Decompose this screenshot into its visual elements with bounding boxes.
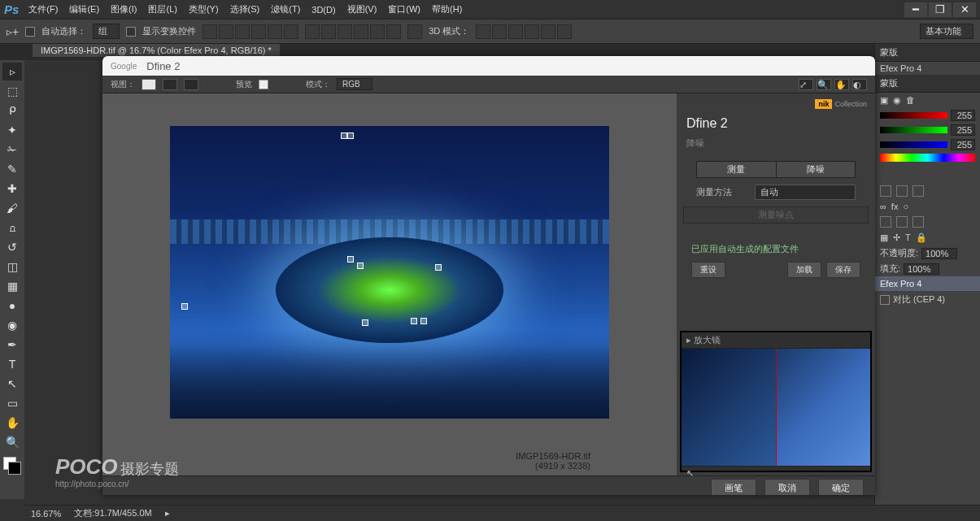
3d-btn[interactable]: [525, 24, 539, 39]
fx-icon[interactable]: fx: [891, 202, 899, 211]
menu-3d[interactable]: 3D(D): [311, 5, 335, 15]
workspace-dropdown[interactable]: 基本功能: [920, 24, 973, 39]
menu-image[interactable]: 图像(I): [111, 3, 137, 15]
preview-image[interactable]: [170, 126, 609, 419]
selection-handle[interactable]: [362, 319, 368, 326]
dist-btn[interactable]: [305, 24, 320, 39]
stamp-tool[interactable]: ⩍: [2, 219, 22, 237]
preview-checkbox[interactable]: [259, 80, 268, 89]
brush-button[interactable]: 画笔: [711, 479, 756, 495]
dist-btn[interactable]: [386, 24, 401, 39]
selection-handle[interactable]: [411, 318, 417, 324]
selection-handle[interactable]: [435, 264, 442, 271]
selection-handle[interactable]: [347, 132, 354, 139]
magnifier-after[interactable]: [776, 349, 871, 466]
shape-tool[interactable]: ▭: [2, 394, 22, 412]
menu-file[interactable]: 文件(F): [28, 3, 58, 15]
selection-handle[interactable]: [347, 256, 354, 263]
type-icon[interactable]: T: [905, 232, 911, 243]
method-select[interactable]: 自动: [755, 185, 856, 200]
mode-dropdown[interactable]: RGB: [337, 78, 372, 90]
ok-button[interactable]: 确定: [818, 479, 864, 495]
dfine-titlebar[interactable]: Google Dfine 2: [102, 56, 875, 76]
zoom-button[interactable]: 🔍: [817, 79, 831, 90]
close-button[interactable]: ✕: [953, 2, 976, 17]
link-icon[interactable]: ∞: [880, 202, 886, 211]
lasso-tool[interactable]: ᑭ: [2, 102, 22, 119]
r-slider[interactable]: [880, 112, 947, 119]
layer-efex[interactable]: Efex Pro 4: [875, 276, 980, 291]
trash-icon[interactable]: 🗑: [906, 95, 915, 106]
heal-tool[interactable]: ✚: [2, 180, 22, 198]
marquee-tool[interactable]: ⬚: [2, 82, 22, 100]
pan-button[interactable]: ✋: [834, 79, 849, 90]
menu-type[interactable]: 类型(Y): [189, 3, 219, 15]
measure-noise-button[interactable]: 测量噪点: [683, 206, 869, 224]
selection-handle[interactable]: [341, 132, 347, 139]
g-slider[interactable]: [880, 127, 947, 133]
color-swatches[interactable]: [3, 457, 21, 475]
zoom-fit-button[interactable]: ⤢: [799, 79, 813, 90]
dist-btn[interactable]: [321, 24, 336, 39]
fill-value[interactable]: 100%: [904, 263, 939, 275]
show-transform-checkbox[interactable]: [126, 27, 136, 37]
doc-size[interactable]: 文档:91.7M/455.0M: [74, 507, 151, 519]
load-button[interactable]: 加载: [787, 262, 821, 278]
type-icon[interactable]: [912, 216, 924, 228]
history-brush-tool[interactable]: ↺: [2, 238, 22, 256]
gradient-tool[interactable]: ▦: [2, 277, 22, 295]
menu-select[interactable]: 选择(S): [230, 3, 260, 15]
3d-btn[interactable]: [541, 24, 555, 39]
dist-btn[interactable]: [338, 24, 352, 39]
3d-btn[interactable]: [557, 24, 572, 39]
path-tool[interactable]: ↖: [2, 375, 22, 393]
view-side-button[interactable]: [184, 79, 198, 90]
selection-handle[interactable]: [357, 263, 364, 269]
view-single-button[interactable]: [142, 79, 156, 90]
eye-icon[interactable]: [880, 295, 890, 305]
align-btn[interactable]: [251, 24, 266, 39]
selection-handle[interactable]: [420, 318, 427, 324]
type-icon[interactable]: [880, 216, 891, 228]
menu-window[interactable]: 窗口(W): [388, 3, 420, 15]
b-slider[interactable]: [880, 141, 947, 148]
align-btn[interactable]: [235, 24, 250, 39]
filter-icon[interactable]: [912, 185, 924, 197]
selection-handle[interactable]: [181, 303, 188, 310]
3d-btn[interactable]: [508, 24, 523, 39]
pointer-icon[interactable]: ↖: [686, 468, 694, 479]
auto-select-dropdown[interactable]: 组: [93, 24, 120, 39]
reduce-tab[interactable]: 降噪: [777, 162, 856, 177]
dist-btn[interactable]: [370, 24, 385, 39]
document-tab[interactable]: IMGP1569-HDR.tif @ 16.7% (Color Efex Pro…: [33, 44, 280, 57]
hand-tool[interactable]: ✋: [2, 414, 22, 432]
lock-pixels-icon[interactable]: ▦: [880, 232, 888, 243]
align-btn[interactable]: [219, 24, 233, 39]
dist-btn[interactable]: [354, 24, 368, 39]
dfine-canvas[interactable]: IMGP1569-HDR.tif (4919 x 3238): [102, 93, 677, 475]
type-tool[interactable]: T: [2, 355, 22, 373]
menu-filter[interactable]: 滤镜(T): [271, 3, 300, 15]
magnifier-before[interactable]: [682, 349, 776, 466]
measure-tab[interactable]: 测量: [697, 162, 777, 177]
align-btn[interactable]: [284, 24, 298, 39]
pen-tool[interactable]: ✒: [2, 336, 22, 354]
maximize-button[interactable]: ❐: [929, 2, 952, 17]
cancel-button[interactable]: 取消: [764, 479, 810, 495]
move-tool[interactable]: ▹: [2, 63, 22, 80]
wand-tool[interactable]: ✦: [2, 121, 22, 139]
align-btn[interactable]: [203, 24, 217, 39]
blur-tool[interactable]: ●: [2, 297, 22, 315]
opacity-value[interactable]: 100%: [921, 248, 957, 259]
b-value[interactable]: 255: [951, 139, 975, 150]
r-value[interactable]: 255: [951, 110, 975, 121]
filter-icon[interactable]: [896, 185, 908, 197]
brush-tool[interactable]: 🖌: [2, 199, 22, 217]
align-3d-btn[interactable]: [407, 24, 422, 39]
add-mask-icon[interactable]: ▣: [880, 95, 888, 106]
dodge-tool[interactable]: ◉: [2, 316, 22, 334]
bg-button[interactable]: ◐: [852, 79, 867, 90]
circle-icon[interactable]: ○: [903, 202, 908, 211]
eraser-tool[interactable]: ◫: [2, 258, 22, 276]
g-value[interactable]: 255: [951, 124, 975, 136]
